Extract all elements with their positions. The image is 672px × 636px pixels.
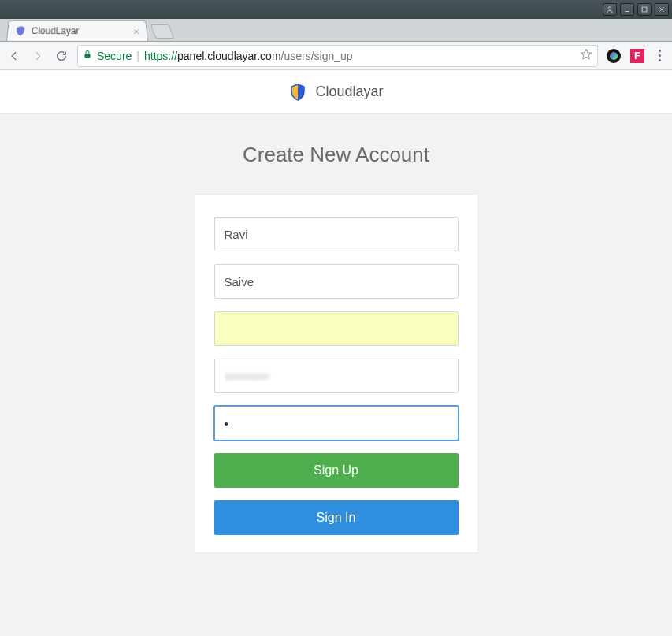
extension-icon-flipboard[interactable]: F xyxy=(629,48,645,64)
password-confirm-field[interactable] xyxy=(214,406,459,441)
window-maximize-button[interactable] xyxy=(637,3,652,16)
address-bar[interactable]: Secure | https://panel.cloudlayar.com/us… xyxy=(77,45,598,67)
svg-point-0 xyxy=(608,7,611,9)
close-icon[interactable] xyxy=(132,27,141,35)
window-minimize-button[interactable] xyxy=(620,3,634,16)
password-field[interactable] xyxy=(214,359,459,393)
site-header: Cloudlayar xyxy=(0,70,672,114)
window-close-button[interactable] xyxy=(655,3,669,16)
secure-label: Secure xyxy=(97,50,132,62)
page-title: Create New Account xyxy=(243,143,429,167)
window-titlebar xyxy=(0,0,672,19)
browser-tab-title: CloudLayar xyxy=(31,26,128,37)
email-field[interactable] xyxy=(214,311,459,346)
signup-form: Sign Up Sign In xyxy=(195,194,478,553)
reload-button[interactable] xyxy=(54,48,69,64)
sign-up-button[interactable]: Sign Up xyxy=(214,453,459,488)
browser-new-tab-button[interactable] xyxy=(150,24,175,39)
url-text: https://panel.cloudlayar.com/users/sign_… xyxy=(144,50,353,62)
shield-icon xyxy=(13,25,27,37)
page-viewport: Cloudlayar Create New Account Sign Up Si… xyxy=(0,70,672,636)
sign-in-button[interactable]: Sign In xyxy=(214,500,459,535)
browser-toolbar: Secure | https://panel.cloudlayar.com/us… xyxy=(0,42,672,70)
back-button[interactable] xyxy=(6,48,22,64)
browser-menu-button[interactable] xyxy=(653,50,666,61)
lock-icon xyxy=(83,49,92,62)
extension-icon-1[interactable] xyxy=(606,48,622,64)
browser-tabstrip: CloudLayar xyxy=(0,19,672,42)
svg-rect-7 xyxy=(85,54,91,58)
svg-rect-2 xyxy=(642,7,647,12)
forward-button[interactable] xyxy=(30,48,46,64)
first-name-field[interactable] xyxy=(214,217,459,251)
window-user-button[interactable] xyxy=(603,3,617,16)
svg-marker-8 xyxy=(581,49,591,59)
bookmark-star-icon[interactable] xyxy=(580,48,592,63)
page-body: Create New Account Sign Up Sign In xyxy=(0,114,672,636)
last-name-field[interactable] xyxy=(214,264,459,299)
cloudlayar-logo-icon xyxy=(288,83,307,102)
brand-name: Cloudlayar xyxy=(315,84,383,100)
browser-tab-active[interactable]: CloudLayar xyxy=(6,20,148,41)
